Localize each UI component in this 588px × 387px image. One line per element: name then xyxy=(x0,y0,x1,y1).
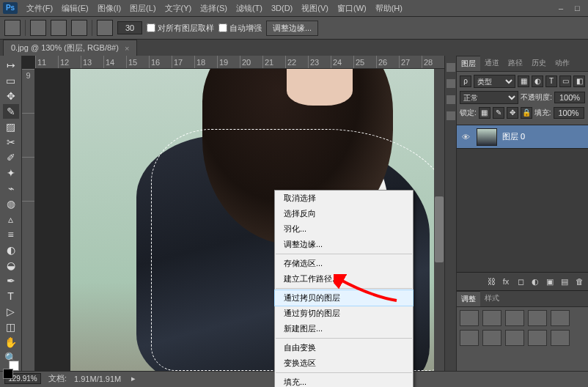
tab-history[interactable]: 历史 xyxy=(527,56,551,71)
menu-save-selection[interactable]: 存储选区... xyxy=(275,256,413,271)
tool-eraser[interactable]: ▵ xyxy=(3,212,19,226)
doc-size-chevron-icon[interactable]: ▸ xyxy=(131,374,136,383)
layer-row[interactable]: 👁 图层 0 xyxy=(457,125,588,149)
link-layers-icon[interactable]: ⛓ xyxy=(485,276,497,287)
tool-eyedropper[interactable]: ✂ xyxy=(3,135,19,150)
tool-dodge[interactable]: ◒ xyxy=(3,258,19,273)
scrollbar-thumb[interactable] xyxy=(435,196,444,262)
tool-lasso[interactable]: ✥ xyxy=(3,89,19,103)
opacity-input[interactable] xyxy=(554,92,585,103)
visibility-toggle-icon[interactable]: 👁 xyxy=(457,133,474,141)
tab-adjustments[interactable]: 调整 xyxy=(457,291,480,306)
tab-layers[interactable]: 图层 xyxy=(457,56,480,71)
menu-file[interactable]: 文件(F) xyxy=(22,3,57,14)
tool-stamp[interactable]: ⌁ xyxy=(3,181,19,196)
menu-make-work-path[interactable]: 建立工作路径... xyxy=(275,271,413,287)
layer-mask-icon[interactable]: ◻ xyxy=(515,276,526,287)
adjustment-preset-icon[interactable] xyxy=(460,310,479,326)
layer-thumbnail[interactable] xyxy=(477,128,497,146)
tool-quick-select[interactable]: ✎ xyxy=(3,104,19,119)
tab-styles[interactable]: 样式 xyxy=(480,291,504,306)
checkbox-icon[interactable] xyxy=(218,23,227,32)
tool-shape[interactable]: ◫ xyxy=(3,320,19,334)
collapsed-panel-icon[interactable] xyxy=(446,95,455,104)
close-tab-icon[interactable]: × xyxy=(125,44,129,53)
tool-history-brush[interactable]: ◍ xyxy=(3,196,19,211)
tab-actions[interactable]: 动作 xyxy=(551,56,574,71)
menu-select-inverse[interactable]: 选择反向 xyxy=(275,206,413,221)
fill-input[interactable] xyxy=(554,107,584,119)
menu-feather[interactable]: 羽化... xyxy=(275,221,413,237)
delete-layer-icon[interactable]: 🗑 xyxy=(573,276,585,287)
menu-3d[interactable]: 3D(D) xyxy=(267,4,297,12)
brush-size-icon[interactable] xyxy=(97,20,113,36)
new-layer-icon[interactable]: ▤ xyxy=(559,276,570,287)
layer-name[interactable]: 图层 0 xyxy=(499,131,525,142)
filter-kind-icon[interactable]: ρ xyxy=(460,75,471,87)
menu-window[interactable]: 窗口(W) xyxy=(333,3,371,14)
menu-view[interactable]: 视图(V) xyxy=(297,3,333,14)
minimize-icon[interactable]: – xyxy=(559,4,566,11)
selection-new-icon[interactable] xyxy=(30,20,46,36)
layer-kind-select[interactable]: 类型 xyxy=(474,75,515,88)
tool-gradient[interactable]: ≡ xyxy=(3,227,19,242)
tolerance-input[interactable] xyxy=(117,21,142,34)
collapsed-panel-icon[interactable] xyxy=(446,111,455,120)
adjustment-preset-icon[interactable] xyxy=(482,330,501,346)
adjustment-preset-icon[interactable] xyxy=(505,310,524,326)
tool-blur[interactable]: ◐ xyxy=(3,243,19,257)
menu-filter[interactable]: 滤镜(T) xyxy=(232,3,267,14)
menu-deselect[interactable]: 取消选择 xyxy=(275,191,413,206)
tool-path-select[interactable]: ▷ xyxy=(3,304,19,319)
maximize-icon[interactable]: □ xyxy=(575,4,582,11)
lock-image-icon[interactable]: ✎ xyxy=(493,107,504,119)
menu-refine-edge[interactable]: 调整边缘... xyxy=(275,237,413,252)
tool-brush[interactable]: ✦ xyxy=(3,166,19,180)
auto-enhance-checkbox[interactable]: 自动增强 xyxy=(218,23,262,34)
lock-all-icon[interactable]: 🔒 xyxy=(521,107,532,119)
filter-smart-icon[interactable]: ◧ xyxy=(573,75,585,87)
menu-layer-via-copy[interactable]: 通过拷贝的图层 xyxy=(275,290,413,306)
selection-add-icon[interactable] xyxy=(51,20,67,36)
sample-all-layers-checkbox[interactable]: 对所有图层取样 xyxy=(147,23,214,34)
tool-move[interactable]: ↦ xyxy=(3,58,19,73)
filter-text-icon[interactable]: T xyxy=(545,75,557,87)
tool-hand[interactable]: ✋ xyxy=(3,335,19,350)
refine-edge-button[interactable]: 调整边缘... xyxy=(266,21,318,36)
filter-pixel-icon[interactable]: ▦ xyxy=(518,75,529,87)
adjustment-preset-icon[interactable] xyxy=(551,310,570,326)
lock-transparent-icon[interactable]: ▦ xyxy=(479,107,490,119)
color-swatches[interactable] xyxy=(3,369,19,371)
tab-paths[interactable]: 路径 xyxy=(504,56,527,71)
tab-channels[interactable]: 通道 xyxy=(480,56,504,71)
adjustment-preset-icon[interactable] xyxy=(528,330,547,346)
layer-style-icon[interactable]: fx xyxy=(500,276,512,287)
menu-select[interactable]: 选择(S) xyxy=(196,3,232,14)
new-fill-icon[interactable]: ◐ xyxy=(529,276,541,287)
menu-fill[interactable]: 填充... xyxy=(275,375,413,387)
document-tab[interactable]: 0.jpg @ 130% (图层, RGB/8#) × xyxy=(3,40,137,56)
filter-shape-icon[interactable]: ▭ xyxy=(559,75,571,87)
adjustment-preset-icon[interactable] xyxy=(528,310,547,326)
tool-crop[interactable]: ▨ xyxy=(3,119,19,134)
adjustment-preset-icon[interactable] xyxy=(482,310,501,326)
selection-sub-icon[interactable] xyxy=(71,20,87,36)
filter-adjust-icon[interactable]: ◐ xyxy=(532,75,543,87)
tool-preset-icon[interactable] xyxy=(4,20,21,36)
menu-type[interactable]: 文字(Y) xyxy=(161,3,196,14)
collapsed-panel-icon[interactable] xyxy=(446,63,455,72)
checkbox-icon[interactable] xyxy=(147,23,155,32)
menu-edit[interactable]: 编辑(E) xyxy=(57,3,93,14)
menu-layer-via-cut[interactable]: 通过剪切的图层 xyxy=(275,306,413,321)
tool-healing[interactable]: ✐ xyxy=(3,150,19,165)
tool-pen[interactable]: ✒ xyxy=(3,273,19,288)
menu-new-layer[interactable]: 新建图层... xyxy=(275,321,413,336)
adjustment-preset-icon[interactable] xyxy=(505,330,524,346)
menu-transform-sel[interactable]: 变换选区 xyxy=(275,355,413,371)
new-group-icon[interactable]: ▣ xyxy=(544,276,556,287)
tool-text[interactable]: T xyxy=(3,289,19,303)
menu-image[interactable]: 图像(I) xyxy=(93,3,125,14)
menu-help[interactable]: 帮助(H) xyxy=(371,3,407,14)
foreground-color-swatch[interactable] xyxy=(3,369,13,379)
lock-position-icon[interactable]: ✥ xyxy=(507,107,518,119)
